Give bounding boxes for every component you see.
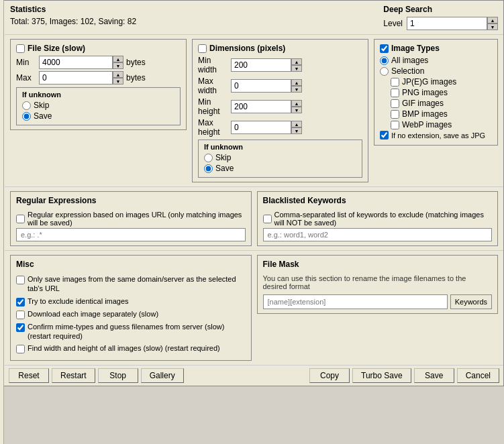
png-label: PNG images xyxy=(402,88,448,97)
min-height-input[interactable] xyxy=(231,100,291,113)
png-checkbox[interactable] xyxy=(391,89,399,97)
statistics-text: Total: 375, Images: 102, Saving: 82 xyxy=(10,17,136,26)
image-types-title-row: Image Types xyxy=(380,44,492,53)
min-size-down-btn[interactable]: ▼ xyxy=(113,62,123,69)
min-width-down-btn[interactable]: ▼ xyxy=(291,65,302,72)
min-size-spinner[interactable]: ▲ ▼ xyxy=(39,56,123,69)
file-size-col: File Size (slow) Min ▲ ▼ bytes Max xyxy=(10,39,187,182)
row2: Regular Expressions Regular expression b… xyxy=(5,187,503,251)
webp-label: WebP images xyxy=(402,120,452,129)
misc-section: Misc Only save images from the same doma… xyxy=(10,255,252,361)
regular-expressions-block: Regular Expressions Regular expression b… xyxy=(10,191,252,246)
regex-title-wrap: Regular Expressions xyxy=(16,196,246,208)
regex-check-row: Regular expression based on images URL (… xyxy=(16,211,246,227)
level-down-btn[interactable]: ▼ xyxy=(487,23,498,30)
min-size-input[interactable] xyxy=(39,56,113,69)
selection-radio[interactable] xyxy=(380,67,389,76)
copy-button[interactable]: Copy xyxy=(309,368,350,383)
min-height-down-btn[interactable]: ▼ xyxy=(291,107,302,113)
blacklist-checkbox[interactable] xyxy=(263,215,272,223)
cancel-button[interactable]: Cancel xyxy=(457,368,499,383)
max-width-down-btn[interactable]: ▼ xyxy=(291,86,302,93)
image-types-col: Image Types All images Selection JP(E)G … xyxy=(374,39,498,182)
max-width-spinner[interactable]: ▲ ▼ xyxy=(231,79,302,93)
gif-row: GIF images xyxy=(391,99,492,108)
misc-option4-checkbox[interactable] xyxy=(16,323,25,332)
dim-save-radio[interactable] xyxy=(204,164,213,173)
bmp-checkbox[interactable] xyxy=(391,110,399,119)
max-size-input[interactable] xyxy=(39,71,113,85)
restart-button[interactable]: Restart xyxy=(52,368,95,383)
all-images-row: All images xyxy=(380,56,492,65)
dimensions-title: Dimensions (pixels) xyxy=(209,44,285,53)
file-mask-title-wrap: File Mask xyxy=(263,260,493,272)
misc-option4-row: Confirm mime-types and guess filenames f… xyxy=(16,322,246,341)
max-height-down-btn[interactable]: ▼ xyxy=(291,127,302,134)
selection-label: Selection xyxy=(391,66,424,76)
max-width-label: Max width xyxy=(198,76,228,95)
max-size-down-btn[interactable]: ▼ xyxy=(113,78,123,85)
all-images-radio[interactable] xyxy=(380,56,389,65)
file-size-skip-row: Skip xyxy=(22,101,174,110)
max-size-up-btn[interactable]: ▲ xyxy=(113,71,123,78)
max-width-spinner-btns: ▲ ▼ xyxy=(291,79,302,93)
reset-button[interactable]: Reset xyxy=(9,368,49,383)
min-size-up-btn[interactable]: ▲ xyxy=(113,56,123,62)
max-width-input[interactable] xyxy=(231,79,291,93)
file-size-checkbox[interactable] xyxy=(16,44,25,53)
file-mask-input[interactable] xyxy=(263,294,448,309)
dimensions-checkbox[interactable] xyxy=(198,44,207,53)
level-spinner[interactable]: 1 ▲ ▼ xyxy=(407,17,498,30)
file-size-save-label: Save xyxy=(34,111,52,121)
min-width-input[interactable] xyxy=(231,58,291,72)
regex-input[interactable] xyxy=(16,228,246,241)
webp-checkbox[interactable] xyxy=(391,121,399,129)
min-height-up-btn[interactable]: ▲ xyxy=(291,100,302,107)
file-size-title: File Size (slow) xyxy=(28,44,85,53)
max-size-spinner[interactable]: ▲ ▼ xyxy=(39,71,123,85)
misc-title-wrap: Misc xyxy=(16,260,246,272)
min-height-spinner[interactable]: ▲ ▼ xyxy=(231,100,302,113)
max-height-up-btn[interactable]: ▲ xyxy=(291,121,302,127)
level-up-btn[interactable]: ▲ xyxy=(487,17,498,23)
dim-skip-radio[interactable] xyxy=(204,154,213,162)
image-types-checkbox[interactable] xyxy=(380,44,389,53)
misc-option5-checkbox[interactable] xyxy=(16,345,25,353)
stop-button[interactable]: Stop xyxy=(98,368,138,383)
image-types-title: Image Types xyxy=(391,44,440,53)
regex-checkbox[interactable] xyxy=(16,215,25,223)
selection-row: Selection xyxy=(380,66,492,76)
max-width-up-btn[interactable]: ▲ xyxy=(291,79,302,86)
gallery-button[interactable]: Gallery xyxy=(141,368,184,383)
dim-min-height-row: Min height ▲ ▼ xyxy=(198,97,362,116)
max-height-input[interactable] xyxy=(231,121,291,134)
level-input[interactable]: 1 xyxy=(407,17,487,30)
misc-option2-checkbox[interactable] xyxy=(16,298,25,307)
bmp-row: BMP images xyxy=(391,109,492,119)
top-bar: Statistics Total: 375, Images: 102, Savi… xyxy=(5,1,503,35)
blacklist-input[interactable] xyxy=(263,228,493,241)
file-size-min-row: Min ▲ ▼ bytes xyxy=(16,56,181,69)
turbo-save-button[interactable]: Turbo Save xyxy=(352,368,411,383)
misc-option4-label: Confirm mime-types and guess filenames f… xyxy=(28,322,246,341)
gif-checkbox[interactable] xyxy=(391,99,399,108)
file-size-skip-radio[interactable] xyxy=(22,101,31,110)
gif-label: GIF images xyxy=(402,99,444,108)
blacklist-title-wrap: Blacklisted Keywords xyxy=(263,196,493,208)
file-size-if-unknown: If unknown Skip Save xyxy=(16,87,181,125)
misc-option1-checkbox[interactable] xyxy=(16,276,25,284)
regular-expressions-section: Regular Expressions Regular expression b… xyxy=(10,191,252,246)
min-width-spinner[interactable]: ▲ ▼ xyxy=(231,58,302,72)
save-button[interactable]: Save xyxy=(414,368,454,383)
file-size-save-radio[interactable] xyxy=(22,112,31,121)
jpeg-checkbox[interactable] xyxy=(391,78,399,87)
keywords-button[interactable]: Keywords xyxy=(450,294,492,309)
min-width-up-btn[interactable]: ▲ xyxy=(291,58,302,65)
blacklist-check-row: Comma-separated list of keywords to excl… xyxy=(263,211,493,227)
max-height-spinner[interactable]: ▲ ▼ xyxy=(231,121,302,134)
file-size-title-wrap: File Size (slow) xyxy=(16,44,181,53)
no-extension-checkbox[interactable] xyxy=(380,131,389,140)
misc-option3-checkbox[interactable] xyxy=(16,311,25,319)
jpeg-label: JP(E)G images xyxy=(402,77,456,87)
no-extension-label: If no extension, save as JPG xyxy=(391,131,485,140)
